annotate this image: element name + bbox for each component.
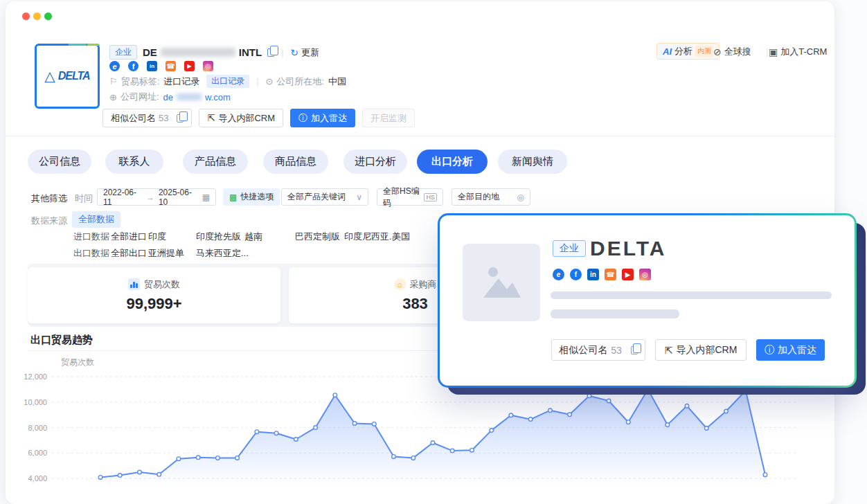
facebook-icon[interactable]: f <box>128 61 138 71</box>
trade-tags-row: ⚐ 贸易标签: 进口记录 出口记录 | ⊙ 公司所在地: 中国 <box>109 75 346 88</box>
linkedin-icon[interactable]: in <box>147 61 157 71</box>
import-data-label: 进口数据 <box>73 231 109 243</box>
chart-legend[interactable]: 贸易次数 <box>61 357 94 368</box>
tab-news[interactable]: 新闻舆情 <box>498 150 567 174</box>
import-option-indonesia[interactable]: 印度尼西亚... <box>344 231 397 243</box>
refresh-label[interactable]: 更新 <box>301 46 319 59</box>
divider: | <box>281 48 283 57</box>
import-crm-label: 导入内部CRM <box>218 112 275 125</box>
date-end-value[interactable]: 2025-06-10 <box>159 188 198 207</box>
hs-code-select[interactable]: 全部HS编码 HS <box>377 188 443 206</box>
similar-company-label: 相似公司名 <box>111 112 156 125</box>
copy-icon[interactable] <box>267 48 274 57</box>
calendar-icon: ▦ <box>202 192 210 202</box>
data-source-all[interactable]: 全部数据 <box>72 211 120 228</box>
export-option-all[interactable]: 全部出口 <box>111 247 147 260</box>
tab-commodity-info[interactable]: 商品信息 <box>263 150 328 174</box>
global-search-button[interactable]: ⊘ 全球搜 <box>713 46 751 58</box>
instagram-icon[interactable]: ◎ <box>203 61 213 71</box>
product-keyword-value: 全部产品关键词 <box>287 191 346 203</box>
browser-icon[interactable]: e <box>553 269 564 280</box>
website-label: 公司网址: <box>120 91 159 103</box>
ai-label: AI <box>663 46 672 57</box>
zoom-window-button[interactable] <box>44 12 52 20</box>
date-start-value[interactable]: 2022-06-11 <box>103 188 142 207</box>
tab-product-info[interactable]: 产品信息 <box>183 150 248 174</box>
analysis-label: 分析 <box>674 45 692 57</box>
join-tcrm-label: 加入T-CRM <box>780 46 827 58</box>
overlay-add-radar-button[interactable]: ⓘ 加入雷达 <box>756 339 825 361</box>
import-option-all[interactable]: 全部进口 <box>111 231 147 243</box>
export-record-tag[interactable]: 出口记录 <box>206 75 249 88</box>
import-crm-button[interactable]: ⇱ 导入内部CRM <box>199 109 283 127</box>
quick-options-button[interactable]: ▩ 快捷选项 <box>223 188 280 206</box>
date-range-input[interactable]: 2022-06-11 → 2025-06-10 ▦ <box>97 188 216 206</box>
other-filters-label[interactable]: 其他筛选 <box>31 192 67 205</box>
instagram-icon[interactable]: ◎ <box>639 269 651 280</box>
logo-accent-teal <box>69 44 87 46</box>
youtube-icon[interactable]: ▶ <box>184 61 195 71</box>
add-radar-label: 加入雷达 <box>778 344 816 357</box>
info-icon: ⓘ <box>298 112 307 125</box>
company-name-redacted <box>161 48 235 57</box>
company-name-prefix: DE <box>143 46 157 58</box>
website-link-prefix[interactable]: de <box>163 92 173 102</box>
export-option-asia-bill[interactable]: 亚洲提单 <box>148 247 184 260</box>
tab-export-analysis[interactable]: 出口分析 <box>417 150 488 174</box>
phone-icon[interactable]: ☎ <box>605 269 616 280</box>
similar-company-button[interactable]: 相似公司名 53 <box>102 109 192 127</box>
overlay-import-crm-button[interactable]: ⇱ 导入内部CRM <box>655 339 747 361</box>
social-links-row: e f in ☎ ▶ ◎ <box>109 61 217 71</box>
close-window-button[interactable] <box>22 12 30 20</box>
app-window: △ DELTA 企业 DE INTL | ↻ 更新 e f in ☎ ▶ ◎ ⚐… <box>0 0 867 504</box>
import-option-usa[interactable]: 美国 <box>392 231 410 243</box>
divider: | <box>256 77 258 87</box>
company-logo: △ DELTA <box>35 44 100 109</box>
similar-company-count: 53 <box>611 345 622 356</box>
data-source-label: 数据来源 <box>31 215 67 227</box>
tab-company-info[interactable]: 公司信息 <box>28 150 91 174</box>
export-option-malaysia[interactable]: 马来西亚定... <box>196 247 249 260</box>
browser-icon[interactable]: e <box>109 61 120 71</box>
import-option-india-preview[interactable]: 印度抢先版 <box>196 231 241 243</box>
logo-brand-text: DELTA <box>58 70 90 82</box>
hs-code-value: 全部HS编码 <box>383 186 420 209</box>
import-icon: ⇱ <box>665 345 673 356</box>
ai-analysis-button[interactable]: AI 分析 内测 <box>656 43 719 60</box>
company-title-row: 企业 DE INTL | ↻ 更新 <box>109 45 319 60</box>
image-placeholder <box>463 244 540 321</box>
location-value: 中国 <box>328 75 346 88</box>
text-placeholder-bar <box>551 309 679 318</box>
refresh-icon[interactable]: ↻ <box>290 47 298 58</box>
location-pin-icon: ◎ <box>517 192 524 202</box>
facebook-icon[interactable]: f <box>570 269 582 280</box>
linkedin-icon[interactable]: in <box>587 269 599 280</box>
website-link-suffix[interactable]: w.com <box>205 92 231 102</box>
youtube-icon[interactable]: ▶ <box>622 269 634 280</box>
minimize-window-button[interactable] <box>33 12 41 20</box>
import-icon: ⇱ <box>207 113 215 123</box>
product-keyword-select[interactable]: 全部产品关键词 ∨ <box>281 188 368 206</box>
overlay-similar-company-button[interactable]: 相似公司名 53 <box>551 339 645 361</box>
join-tcrm-button[interactable]: ▣ 加入T-CRM <box>769 46 827 58</box>
photo-icon <box>479 262 524 303</box>
phone-icon[interactable]: ☎ <box>166 61 176 71</box>
import-option-india[interactable]: 印度 <box>148 231 166 243</box>
overlay-company-name: DELTA <box>590 237 667 260</box>
quick-options-icon: ▩ <box>229 192 237 202</box>
import-option-vietnam[interactable]: 越南 <box>244 231 262 243</box>
divider: | <box>766 47 768 57</box>
import-option-brazil[interactable]: 巴西定制版 <box>295 231 340 243</box>
start-monitor-button[interactable]: 开启监测 <box>362 109 415 127</box>
add-radar-button[interactable]: ⓘ 加入雷达 <box>290 109 355 127</box>
tab-import-analysis[interactable]: 进口分析 <box>343 150 407 174</box>
tab-contacts[interactable]: 联系人 <box>105 150 163 174</box>
header-actions-row: 相似公司名 53 ⇱ 导入内部CRM ⓘ 加入雷达 开启监测 <box>102 109 415 127</box>
start-monitor-label: 开启监测 <box>370 112 406 125</box>
header-divider <box>6 136 834 136</box>
add-radar-label: 加入雷达 <box>311 112 347 125</box>
import-crm-label: 导入内部CRM <box>676 344 737 357</box>
delta-triangle-icon: △ <box>44 68 55 84</box>
import-record-tag[interactable]: 进口记录 <box>163 75 199 88</box>
destination-select[interactable]: 全部目的地 ◎ <box>452 188 530 206</box>
